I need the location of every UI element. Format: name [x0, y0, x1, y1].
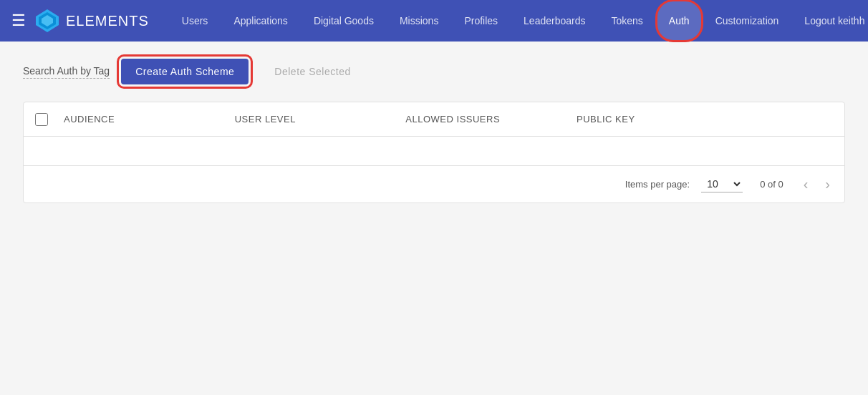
- next-page-button[interactable]: ›: [822, 173, 833, 195]
- col-header-user-level: User Level: [235, 114, 406, 125]
- nav-link-digital-goods[interactable]: Digital Goods: [301, 0, 387, 42]
- col-header-audience: Audience: [64, 114, 235, 125]
- create-auth-scheme-button[interactable]: Create Auth Scheme: [121, 59, 249, 84]
- nav-link-profiles[interactable]: Profiles: [451, 0, 511, 42]
- delete-selected-button[interactable]: Delete Selected: [260, 59, 365, 84]
- col-header-allowed-issuers: Allowed Issuers: [405, 114, 577, 125]
- nav-link-customization[interactable]: Customization: [703, 0, 792, 42]
- toolbar: Search Auth by Tag Create Auth Scheme De…: [23, 59, 845, 84]
- nav-link-tokens[interactable]: Tokens: [598, 0, 655, 42]
- search-auth-label[interactable]: Search Auth by Tag: [23, 65, 110, 79]
- items-per-page-select[interactable]: 5102550: [701, 176, 743, 192]
- nav-link-missions[interactable]: Missions: [387, 0, 451, 42]
- menu-icon[interactable]: ☰: [11, 11, 26, 30]
- select-all-checkbox[interactable]: [35, 113, 48, 126]
- nav-links: UsersApplicationsDigital GoodsMissionsPr…: [169, 0, 868, 42]
- nav-link-leaderboards[interactable]: Leaderboards: [511, 0, 598, 42]
- brand-name: ELEMENTS: [66, 13, 149, 29]
- pagination-info: 0 of 0: [760, 179, 783, 190]
- table-body: [24, 137, 844, 165]
- items-per-page-label: Items per page:: [625, 179, 690, 190]
- prev-page-button[interactable]: ‹: [801, 173, 811, 195]
- nav-link-applications[interactable]: Applications: [221, 0, 301, 42]
- col-header-public-key: Public Key: [577, 114, 833, 125]
- table-footer: Items per page: 5102550 0 of 0 ‹ ›: [24, 165, 844, 203]
- logo-icon: [34, 8, 60, 34]
- nav-link-users[interactable]: Users: [169, 0, 221, 42]
- navbar: ☰ ELEMENTS UsersApplicationsDigital Good…: [0, 0, 868, 42]
- logo: ELEMENTS: [34, 8, 149, 34]
- nav-link-logout[interactable]: Logout keithh: [791, 0, 868, 42]
- table-header: Audience User Level Allowed Issuers Publ…: [24, 102, 844, 137]
- auth-table: Audience User Level Allowed Issuers Publ…: [23, 102, 845, 203]
- nav-link-auth[interactable]: Auth: [656, 0, 703, 42]
- main-content: Search Auth by Tag Create Auth Scheme De…: [0, 42, 868, 395]
- select-all-checkbox-container[interactable]: [35, 113, 64, 126]
